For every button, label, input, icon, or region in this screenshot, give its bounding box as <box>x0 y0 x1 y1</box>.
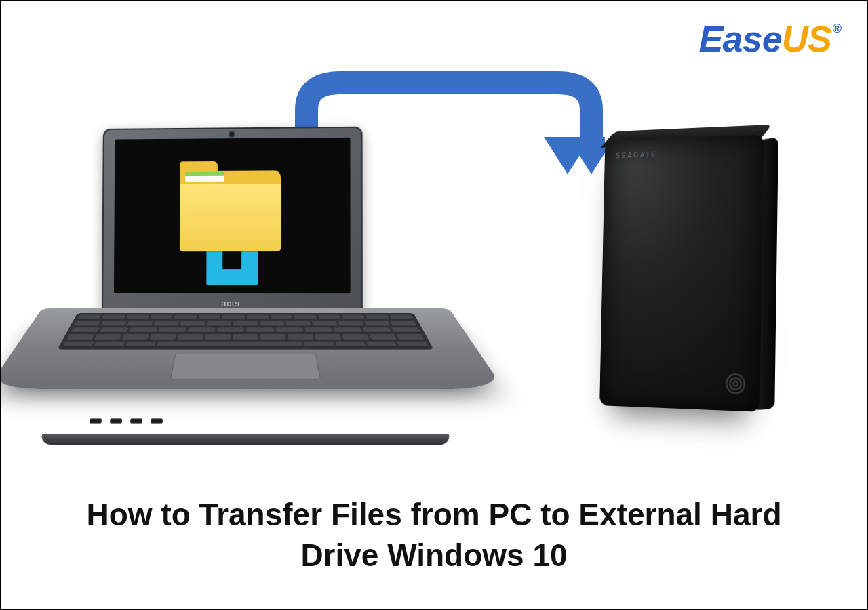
laptop-front-edge <box>40 434 451 445</box>
laptop-trackpad <box>170 353 321 380</box>
hdd-brand-label: SEAGATE <box>616 150 658 159</box>
laptop-ports <box>90 418 163 423</box>
hdd-face: SEAGATE <box>599 135 764 412</box>
illustration-stage: acer SEAGATE <box>1 49 867 469</box>
webcam-icon <box>230 132 234 136</box>
laptop-illustration: acer <box>42 127 449 425</box>
laptop-base <box>0 308 504 389</box>
seagate-spiral-icon <box>724 371 747 396</box>
laptop-display <box>114 138 351 293</box>
registered-mark: ® <box>833 22 841 36</box>
external-hdd-illustration: SEAGATE <box>599 135 764 412</box>
file-explorer-icon <box>174 158 289 273</box>
laptop-brand-label: acer <box>102 298 363 309</box>
article-title: How to Transfer Files from PC to Externa… <box>1 495 867 576</box>
laptop-keyboard <box>57 313 433 350</box>
laptop-screen: acer <box>102 127 363 314</box>
